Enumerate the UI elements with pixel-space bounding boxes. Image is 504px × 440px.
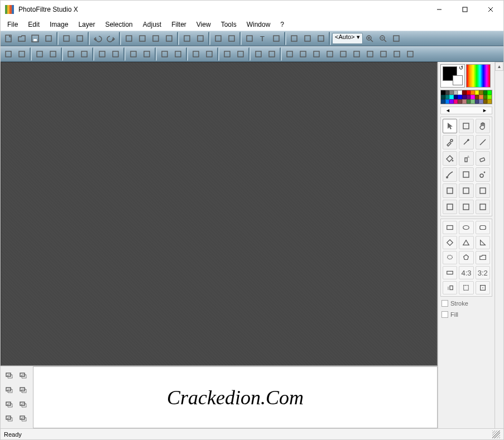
redo-button[interactable]: [104, 32, 118, 45]
transparency-color-button[interactable]: [225, 32, 238, 45]
ellipse-shape[interactable]: [459, 221, 473, 234]
sharpen-button[interactable]: [265, 47, 279, 61]
palette-swatch[interactable]: [449, 99, 454, 104]
advanced-brush-tool[interactable]: [459, 167, 473, 182]
layers-collapse-button[interactable]: [18, 370, 29, 380]
palette-swatch[interactable]: [458, 95, 462, 99]
layer-mask-button[interactable]: [18, 399, 29, 409]
palette-swatch[interactable]: [449, 95, 454, 99]
palette-swatch[interactable]: [487, 95, 492, 99]
palette-swatch[interactable]: [479, 99, 483, 104]
palette-swatch[interactable]: [483, 99, 488, 104]
triangle-shape[interactable]: [459, 236, 473, 249]
layers-expand-button[interactable]: [4, 370, 15, 380]
menu-help[interactable]: ?: [276, 20, 289, 30]
sepia-button[interactable]: [234, 47, 247, 61]
open-button[interactable]: [15, 32, 28, 45]
palette-swatch[interactable]: [445, 90, 450, 95]
palette-swatch[interactable]: [462, 99, 467, 104]
palette-swatch[interactable]: [475, 90, 479, 95]
rounded-rect-shape[interactable]: [476, 221, 490, 234]
paste-button[interactable]: [136, 32, 149, 45]
resize-button[interactable]: [243, 32, 256, 45]
layer-select-button[interactable]: [4, 399, 15, 409]
palette-swatch[interactable]: [458, 99, 462, 104]
mirror-h-button[interactable]: [390, 47, 404, 61]
palette-swatch[interactable]: [471, 99, 475, 104]
deform-tool[interactable]: [443, 200, 457, 214]
menu-filter[interactable]: Filter: [167, 20, 191, 30]
print-button[interactable]: [60, 32, 73, 45]
selection-tool-tool[interactable]: [459, 119, 473, 133]
soften-button[interactable]: [283, 47, 296, 61]
contrast-plus-button[interactable]: [46, 47, 60, 61]
palette-swatch[interactable]: [475, 99, 479, 104]
stroke-checkbox[interactable]: [441, 300, 448, 307]
canvas[interactable]: [1, 62, 438, 366]
palette-prev-button[interactable]: ◄: [445, 108, 450, 113]
plugin-button[interactable]: [301, 32, 314, 45]
scroll-up-button[interactable]: ▲: [495, 62, 503, 71]
palette-swatch[interactable]: [467, 95, 471, 99]
blur-tool-tool[interactable]: [443, 183, 457, 198]
grayscale-button[interactable]: [220, 47, 234, 61]
diamond-shape[interactable]: [443, 236, 457, 249]
palette-swatch[interactable]: [454, 95, 458, 99]
retouch-tool[interactable]: [459, 200, 473, 214]
menu-image[interactable]: Image: [45, 20, 73, 30]
maximize-button[interactable]: [452, 1, 478, 18]
invert-sel-shape[interactable]: I: [443, 281, 457, 294]
mirror-v-button[interactable]: [404, 47, 417, 61]
palette-swatch[interactable]: [487, 90, 492, 95]
selection-crop-button[interactable]: [270, 32, 283, 45]
palette-swatch[interactable]: [471, 90, 475, 95]
palette-swatch[interactable]: [462, 90, 467, 95]
palette-swatch[interactable]: [475, 95, 479, 99]
dither-2-button[interactable]: [203, 47, 216, 61]
palette-swatch[interactable]: [445, 99, 450, 104]
menu-adjust[interactable]: Adjust: [138, 20, 166, 30]
layer-new-button[interactable]: [287, 32, 301, 45]
ratio-free-shape[interactable]: [443, 266, 457, 279]
photomask-button[interactable]: [377, 47, 390, 61]
palette-swatch[interactable]: [479, 90, 483, 95]
layer-save-button[interactable]: [18, 384, 29, 394]
save-button[interactable]: [28, 32, 42, 45]
lasso-shape[interactable]: [443, 251, 457, 264]
auto-contrast-minus-button[interactable]: [158, 47, 171, 61]
brush-tool[interactable]: [443, 167, 457, 182]
stroke-option[interactable]: Stroke: [440, 299, 492, 308]
emboss-1-button[interactable]: [310, 47, 323, 61]
magic-wand-tool[interactable]: [459, 135, 473, 149]
layer-add-button[interactable]: [4, 384, 15, 394]
palette-swatch[interactable]: [467, 90, 471, 95]
auto-levels-button[interactable]: [140, 47, 153, 61]
art-brush-tool[interactable]: [476, 200, 490, 214]
twain-button[interactable]: [73, 32, 87, 45]
eraser-tool[interactable]: [476, 151, 490, 166]
text-button[interactable]: T: [256, 32, 270, 45]
clone-tool[interactable]: [476, 167, 490, 182]
zoom-out-button[interactable]: [376, 32, 390, 45]
palette-swatch[interactable]: [441, 90, 445, 95]
center-shape[interactable]: [476, 281, 490, 294]
emboss-2-button[interactable]: [323, 47, 337, 61]
palette-swatch[interactable]: [458, 90, 462, 95]
special-button[interactable]: [194, 32, 207, 45]
dither-1-button[interactable]: [189, 47, 203, 61]
zoom-in-button[interactable]: [363, 32, 376, 45]
palette-swatch[interactable]: [441, 95, 445, 99]
palette-next-button[interactable]: ►: [482, 108, 487, 113]
palette-swatch[interactable]: [449, 90, 454, 95]
color-spectrum[interactable]: [466, 64, 491, 88]
ratio-32-shape[interactable]: 3:2: [476, 266, 490, 279]
eyedropper-tool[interactable]: [443, 135, 457, 149]
polygon-shape[interactable]: [459, 251, 473, 264]
swap-colors-icon[interactable]: ↺: [459, 65, 463, 71]
new-button[interactable]: [2, 32, 15, 45]
window-fit-button[interactable]: [314, 32, 328, 45]
palette-swatch[interactable]: [487, 99, 492, 104]
menu-tools[interactable]: Tools: [217, 20, 241, 30]
spray-tool[interactable]: [459, 151, 473, 166]
menu-window[interactable]: Window: [242, 20, 275, 30]
